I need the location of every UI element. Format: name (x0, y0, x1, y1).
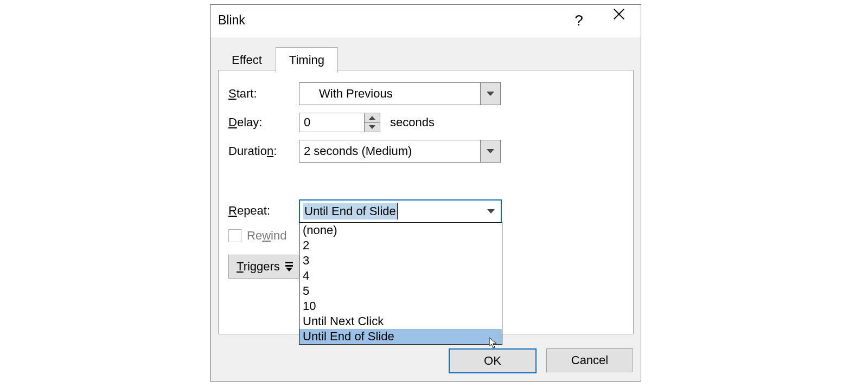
ok-button[interactable]: OK (449, 348, 537, 373)
close-button[interactable] (602, 5, 636, 36)
titlebar: Blink ? (210, 5, 641, 37)
chevron-down-icon (487, 92, 494, 96)
dialog-footer: OK Cancel (449, 348, 633, 373)
start-value: With Previous (299, 83, 480, 105)
caret-down-icon (369, 125, 375, 129)
rewind-label: Rewind (247, 229, 286, 243)
repeat-value: Until End of Slide (303, 203, 398, 219)
dialog-title: Blink (218, 13, 245, 28)
close-icon (612, 14, 626, 28)
delay-increment-button[interactable] (365, 113, 380, 123)
caret-up-icon (369, 116, 375, 120)
help-icon: ? (575, 12, 583, 29)
delay-value[interactable]: 0 (299, 113, 364, 132)
delay-unit-label: seconds (390, 115, 435, 130)
delay-spinner[interactable]: 0 (299, 113, 380, 132)
chevron-down-icon (487, 209, 495, 214)
tabstrip: Effect Timing (218, 47, 338, 73)
start-dropdown-button[interactable] (480, 83, 500, 105)
timing-tab-page: Start: With Previous Delay: 0 (218, 70, 634, 334)
triggers-button[interactable]: Triggers (228, 255, 300, 279)
tab-timing[interactable]: Timing (276, 47, 338, 73)
duration-combobox[interactable]: 2 seconds (Medium) (299, 140, 501, 163)
repeat-combobox[interactable]: Until End of Slide (299, 199, 502, 223)
blink-dialog: Blink ? Effect Timing Start: With Previo… (210, 4, 641, 381)
duration-label: Duration: (228, 144, 299, 158)
cancel-button[interactable]: Cancel (546, 348, 633, 372)
help-button[interactable]: ? (561, 5, 596, 36)
duration-dropdown-button[interactable] (480, 140, 500, 162)
expand-icon (285, 262, 293, 271)
chevron-down-icon (487, 149, 494, 153)
dialog-body: Effect Timing Start: With Previous D (210, 37, 641, 381)
start-label: Start: (228, 87, 299, 101)
repeat-option-until-end-of-slide[interactable]: Until End of Slide (299, 329, 502, 344)
repeat-dropdown-list: (none) 2 3 4 5 10 Until Next Click Until… (299, 222, 502, 345)
repeat-option-2[interactable]: 2 (299, 238, 502, 253)
repeat-option-5[interactable]: 5 (299, 283, 502, 299)
repeat-option-4[interactable]: 4 (299, 268, 502, 283)
duration-value: 2 seconds (Medium) (299, 140, 480, 162)
repeat-label: Repeat: (228, 204, 299, 218)
repeat-dropdown-button[interactable] (481, 201, 501, 222)
delay-label: Delay: (228, 115, 299, 130)
rewind-checkbox[interactable] (228, 229, 241, 242)
delay-decrement-button[interactable] (365, 123, 380, 132)
tab-effect[interactable]: Effect (218, 47, 276, 73)
repeat-option-none[interactable]: (none) (299, 223, 502, 238)
repeat-option-3[interactable]: 3 (299, 253, 502, 268)
start-combobox[interactable]: With Previous (299, 82, 501, 105)
repeat-option-until-next-click[interactable]: Until Next Click (299, 314, 502, 329)
repeat-option-10[interactable]: 10 (299, 299, 502, 314)
